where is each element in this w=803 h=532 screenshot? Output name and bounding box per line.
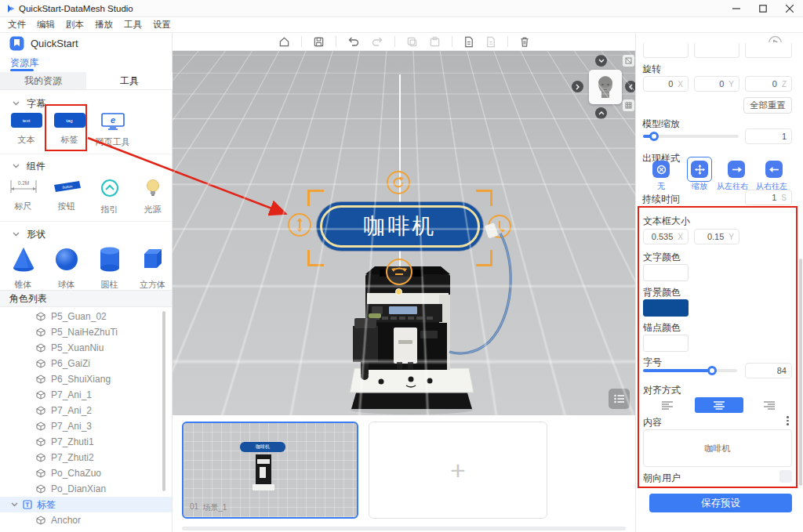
tool-light[interactable]: 光源 bbox=[131, 179, 174, 215]
toolbar-separator bbox=[452, 36, 452, 47]
list-item[interactable]: P5_NaiHeZhuTi bbox=[0, 324, 172, 340]
export-script-button[interactable] bbox=[463, 36, 474, 48]
spin-handle[interactable] bbox=[386, 259, 412, 285]
list-item[interactable]: P5_Guan_02 bbox=[0, 309, 172, 324]
tool-web[interactable]: e 网页工具 bbox=[91, 113, 134, 148]
delete-button[interactable] bbox=[519, 36, 530, 48]
list-item[interactable]: P7_Zhuti1 bbox=[0, 434, 172, 450]
menu-play[interactable]: 播放 bbox=[95, 19, 113, 31]
view-head-preview[interactable] bbox=[589, 70, 622, 104]
button-icon: Button bbox=[51, 179, 82, 194]
position-x-field[interactable] bbox=[643, 42, 689, 58]
selection-bracket-br bbox=[476, 250, 492, 266]
position-y-field[interactable] bbox=[694, 42, 739, 58]
tool-web-label: 网页工具 bbox=[96, 136, 130, 148]
model-icon bbox=[36, 343, 45, 353]
inspector-scrollbar[interactable] bbox=[799, 259, 802, 486]
rotate-handle[interactable] bbox=[387, 171, 410, 194]
view-rotate-down-button[interactable] bbox=[595, 55, 607, 67]
position-z-field[interactable] bbox=[745, 42, 792, 58]
appear-none-button[interactable] bbox=[652, 161, 670, 178]
sphere-icon bbox=[53, 246, 80, 273]
list-item-anchor[interactable]: Anchor bbox=[0, 512, 172, 528]
save-button[interactable] bbox=[313, 36, 325, 48]
menu-script[interactable]: 剧本 bbox=[66, 19, 84, 31]
tab-my-resources[interactable]: 我的资源 bbox=[0, 72, 86, 89]
tool-text[interactable]: text 文本 bbox=[5, 113, 48, 148]
save-preset-button[interactable]: 保存预设 bbox=[649, 494, 792, 512]
list-item[interactable]: Po_ChaZuo bbox=[0, 465, 172, 481]
tab-tools[interactable]: 工具 bbox=[86, 72, 173, 89]
reset-all-button[interactable]: 全部重置 bbox=[743, 97, 792, 114]
list-item[interactable]: P7_Zhuti2 bbox=[0, 450, 172, 465]
component-tools: 0.2M 标尺 Button 按钮 指引 bbox=[2, 179, 174, 215]
list-item[interactable]: P6_ShuiXiang bbox=[0, 371, 172, 387]
model-scale-slider-thumb[interactable] bbox=[649, 132, 659, 141]
timeline-scrollbar[interactable] bbox=[182, 527, 626, 530]
model-scale-field[interactable]: 1 bbox=[745, 128, 792, 144]
section-shapes[interactable]: 形状 bbox=[0, 225, 172, 244]
menu-settings[interactable]: 设置 bbox=[153, 19, 171, 31]
model-icon bbox=[36, 422, 45, 431]
view-rotate-up-button[interactable] bbox=[595, 107, 607, 119]
appear-none-label: 无 bbox=[657, 181, 665, 192]
tool-cylinder[interactable]: 圆柱 bbox=[88, 246, 131, 291]
web-tool-icon: e bbox=[101, 113, 125, 130]
import-script-button[interactable] bbox=[485, 36, 496, 48]
app-logo-icon bbox=[6, 4, 16, 13]
list-item[interactable]: P7_Ani_2 bbox=[0, 403, 172, 418]
head-icon bbox=[595, 74, 616, 100]
tool-button-label: 按钮 bbox=[58, 201, 75, 212]
model-icon bbox=[36, 516, 45, 525]
sidebar-scrollbar[interactable] bbox=[162, 311, 165, 491]
label-3d[interactable]: 咖啡机 bbox=[317, 202, 483, 251]
view-rotate-right-button[interactable] bbox=[572, 81, 583, 92]
paste-button[interactable] bbox=[429, 36, 441, 48]
list-group-tag[interactable]: 标签 bbox=[0, 497, 172, 512]
rotation-x-field[interactable]: 0X bbox=[643, 76, 689, 92]
appear-scale-button[interactable] bbox=[691, 161, 708, 178]
section-components[interactable]: 组件 bbox=[0, 157, 172, 176]
appear-ltr-button[interactable] bbox=[728, 161, 745, 178]
tool-guide[interactable]: 指引 bbox=[88, 179, 131, 215]
minimize-button[interactable] bbox=[723, 0, 750, 17]
tool-cube[interactable]: 立方体 bbox=[131, 246, 174, 291]
menu-edit[interactable]: 编辑 bbox=[37, 19, 55, 31]
copy-button[interactable] bbox=[406, 36, 418, 48]
svg-text:0.2M: 0.2M bbox=[17, 180, 28, 186]
view-cube-button[interactable] bbox=[623, 55, 634, 67]
list-item[interactable]: P6_GaiZi bbox=[0, 356, 172, 371]
undo-button[interactable] bbox=[347, 36, 360, 47]
project-row[interactable]: QuickStart bbox=[9, 36, 78, 51]
tool-cone[interactable]: 锥体 bbox=[2, 246, 45, 291]
scale-handle[interactable] bbox=[488, 215, 511, 238]
coffee-machine-model[interactable] bbox=[345, 259, 478, 415]
tool-sphere[interactable]: 球体 bbox=[45, 246, 88, 291]
toolbar-separator bbox=[336, 36, 336, 47]
annotation-box-tag-tool bbox=[45, 104, 87, 151]
list-item[interactable]: P5_XuanNiu bbox=[0, 340, 172, 356]
add-scene-card[interactable]: + bbox=[369, 422, 547, 519]
home-button[interactable] bbox=[278, 36, 290, 48]
tool-ruler[interactable]: 0.2M 标尺 bbox=[2, 179, 45, 215]
maximize-button[interactable] bbox=[750, 0, 776, 17]
list-item[interactable]: P7_Ani_3 bbox=[0, 418, 172, 434]
duration-field[interactable]: 1S bbox=[745, 190, 792, 205]
view-grid-button[interactable] bbox=[623, 100, 634, 111]
library-tab[interactable]: 资源库 bbox=[10, 56, 38, 70]
model-icon bbox=[36, 390, 45, 400]
list-item[interactable]: Po_DianXian bbox=[0, 481, 172, 497]
close-button[interactable] bbox=[776, 0, 803, 17]
scene-card-1[interactable]: 咖啡机 01 场景_1 bbox=[182, 422, 358, 519]
list-item[interactable]: P7_Ani_1 bbox=[0, 387, 172, 403]
menu-tools[interactable]: 工具 bbox=[124, 19, 142, 31]
tool-button[interactable]: Button 按钮 bbox=[45, 179, 88, 215]
scene-objects-button[interactable] bbox=[609, 389, 630, 409]
rotation-y-field[interactable]: 0Y bbox=[694, 76, 739, 92]
rotation-z-field[interactable]: 0Z bbox=[745, 76, 792, 92]
appear-rtl-button[interactable] bbox=[765, 161, 783, 178]
redo-button[interactable] bbox=[371, 36, 383, 47]
vertical-move-handle[interactable] bbox=[288, 213, 311, 237]
scene-timeline: 咖啡机 01 场景_1 + bbox=[173, 415, 635, 532]
menu-file[interactable]: 文件 bbox=[8, 19, 26, 31]
